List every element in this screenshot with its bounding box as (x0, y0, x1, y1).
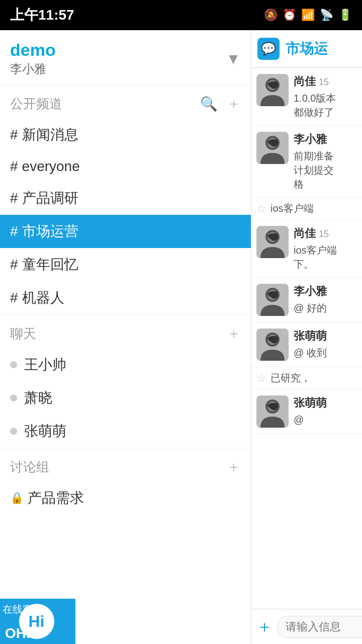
sender-name: 李小雅 (294, 132, 327, 147)
add-chat-icon[interactable]: ＋ (227, 324, 241, 343)
bottom-bar-content: 在线客服 Hi OHio (0, 599, 75, 644)
message-item: 尚佳 15 ios客户端 下。 (251, 220, 362, 278)
sidebar-header: demo 李小雅 ▼ (0, 30, 251, 85)
message-content: 张萌萌 @ 收到 (294, 329, 357, 361)
message-content: 李小雅 前期准备 计划提交 格 (294, 132, 357, 191)
message-content: 李小雅 @ 好的 (294, 284, 357, 316)
channel-label: 产品调研 (22, 189, 78, 208)
channel-hash: # (10, 290, 18, 306)
message-text: 都做好了 (294, 105, 357, 119)
avatar (256, 395, 289, 428)
chat-header: 聊天 ＋ (0, 315, 251, 348)
sidebar: demo 李小雅 ▼ 公开频道 🔍 ＋ # 新闻消息 # everyone (0, 30, 251, 644)
message-item: 尚佳 15 1.0.0版本 都做好了 (251, 68, 362, 126)
workspace-name[interactable]: demo (10, 40, 56, 60)
channel-item-everyone[interactable]: # everyone (0, 151, 251, 182)
message-content: 尚佳 15 1.0.0版本 都做好了 (294, 74, 357, 119)
online-dot (10, 428, 17, 435)
right-panel: 💬 市场运 尚佳 15 (251, 30, 362, 644)
chat-item-xiao[interactable]: 萧晓 (0, 381, 251, 415)
message-item: 张萌萌 @ (251, 389, 362, 434)
online-dot (10, 361, 17, 368)
message-text: 前期准备 (294, 149, 357, 163)
chat-section: 聊天 ＋ 王小帅 萧晓 张萌萌 (0, 314, 251, 448)
channel-hash: # (10, 127, 18, 143)
message-text: 计划提交 (294, 163, 357, 177)
channel-item-robot[interactable]: # 机器人 (0, 281, 251, 314)
channel-item-research[interactable]: # 产品调研 (0, 182, 251, 215)
message-text: @ (294, 413, 357, 427)
chat-label: 张萌萌 (24, 422, 66, 441)
group-section: 讨论组 ＋ 🔒 产品需求 (0, 448, 251, 515)
channel-label: everyone (22, 158, 80, 175)
group-item-product[interactable]: 🔒 产品需求 (0, 481, 251, 515)
message-text: ios客户端 (294, 243, 357, 257)
dropdown-icon[interactable]: ▼ (226, 50, 241, 67)
message-text: @ 收到 (294, 346, 357, 360)
bottom-service-bar[interactable]: 在线客服 Hi OHio (0, 599, 75, 644)
chat-item-wang[interactable]: 王小帅 (0, 348, 251, 381)
channel-item-marketing[interactable]: # 市场运营 (0, 215, 251, 248)
right-channel-title: 市场运 (286, 39, 328, 58)
message-item: 张萌萌 @ 收到 (251, 323, 362, 367)
star-icon[interactable]: ☆ (256, 372, 266, 385)
star-text: ios客户端 (270, 202, 357, 215)
status-icons: 🔕 ⏰ 📶 📡 🔋 (264, 9, 352, 22)
message-input[interactable] (278, 616, 362, 638)
add-channel-icon[interactable]: ＋ (227, 94, 241, 113)
message-text: 格 (294, 177, 357, 191)
public-channels-header: 公开频道 🔍 ＋ (0, 85, 251, 118)
sidebar-header-left: demo 李小雅 (10, 40, 56, 77)
add-attachment-button[interactable]: ＋ (256, 617, 273, 637)
battery-icon: 🔋 (338, 9, 352, 22)
message-header: 张萌萌 (294, 329, 357, 344)
channel-label: 市场运营 (22, 222, 78, 241)
input-bar: ＋ (251, 609, 362, 644)
ohio-text: OHio (5, 625, 39, 641)
user-name: 李小雅 (10, 61, 56, 77)
message-text: @ 好的 (294, 301, 357, 315)
message-time: 15 (319, 229, 329, 239)
sender-name: 张萌萌 (294, 395, 327, 411)
channel-item-news[interactable]: # 新闻消息 (0, 118, 251, 151)
public-channels-section: 公开频道 🔍 ＋ # 新闻消息 # everyone # 产品调研 # (0, 85, 251, 314)
group-header: 讨论组 ＋ (0, 448, 251, 481)
star-text: 已研究， (270, 371, 357, 385)
lock-icon: 🔒 (10, 492, 24, 505)
channel-hash: # (10, 158, 18, 175)
add-group-icon[interactable]: ＋ (227, 457, 241, 476)
sender-name: 尚佳 (294, 226, 316, 241)
channel-item-childhood[interactable]: # 童年回忆 (0, 248, 251, 281)
message-header: 李小雅 (294, 284, 357, 299)
chat-label: 萧晓 (24, 388, 52, 408)
message-text: 1.0.0版本 (294, 91, 357, 105)
message-content: 尚佳 15 ios客户端 下。 (294, 226, 357, 271)
search-icon[interactable]: 🔍 (200, 96, 218, 112)
sender-name: 尚佳 (294, 74, 316, 89)
message-header: 张萌萌 (294, 395, 357, 411)
message-content: 张萌萌 @ (294, 395, 357, 428)
public-channels-actions: 🔍 ＋ (200, 94, 241, 113)
messages-list: 尚佳 15 1.0.0版本 都做好了 (251, 68, 362, 609)
star-item: ☆ ios客户端 (251, 198, 362, 220)
group-title: 讨论组 (10, 458, 49, 476)
status-bar: 上午11:57 🔕 ⏰ 📶 📡 🔋 (0, 0, 362, 30)
alarm-icon: ⏰ (283, 9, 296, 22)
message-text: 下。 (294, 257, 357, 271)
chat-item-zhang[interactable]: 张萌萌 (0, 415, 251, 448)
status-time: 上午11:57 (10, 6, 74, 25)
message-header: 李小雅 (294, 132, 357, 147)
message-item: 李小雅 @ 好的 (251, 278, 362, 323)
sender-name: 李小雅 (294, 284, 327, 299)
channel-label: 童年回忆 (22, 255, 78, 274)
channel-hash: # (10, 223, 18, 239)
avatar (256, 74, 289, 106)
public-channels-title: 公开频道 (10, 95, 62, 113)
star-icon[interactable]: ☆ (256, 202, 266, 215)
avatar (256, 132, 289, 164)
main-layout: demo 李小雅 ▼ 公开频道 🔍 ＋ # 新闻消息 # everyone (0, 30, 362, 644)
channel-hash: # (10, 190, 18, 206)
star-item: ☆ 已研究， (251, 367, 362, 389)
message-header: 尚佳 15 (294, 226, 357, 241)
message-item: 李小雅 前期准备 计划提交 格 (251, 126, 362, 198)
